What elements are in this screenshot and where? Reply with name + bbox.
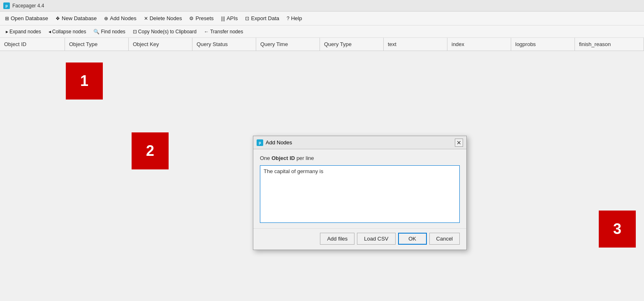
menu-bar: ⊞ Open Database ❖ New Database ⊕ Add Nod… (0, 12, 644, 25)
col-header-query-status: Query Status (192, 38, 256, 51)
dialog-buttons: Add files Load CSV OK Cancel (253, 228, 466, 250)
collapse-nodes-icon: ◂ (49, 29, 51, 35)
find-nodes-icon: 🔍 (93, 29, 100, 35)
dialog-title-left: p Add Nodes (257, 139, 292, 146)
dialog-instruction-bold: Object ID (271, 155, 295, 161)
expand-nodes-button[interactable]: ▸ Expand nodes (2, 28, 44, 36)
col-header-object-id: Object ID (0, 38, 65, 51)
copy-nodes-button[interactable]: ⊡ Copy Node(s) to Clipboard (130, 28, 200, 36)
export-data-icon: ⊡ (245, 16, 249, 21)
col-header-text: text (384, 38, 447, 51)
collapse-nodes-button[interactable]: ◂ Collapse nodes (45, 28, 90, 36)
dialog-instruction: One Object ID per line (260, 155, 460, 161)
app-title: Facepager 4.4 (12, 3, 44, 9)
dialog-body: One Object ID per line (253, 149, 466, 228)
col-header-query-time: Query Time (256, 38, 320, 51)
app-icon: p (3, 2, 10, 9)
menu-presets[interactable]: ⚙ Presets (186, 14, 217, 23)
table-area: Object ID Object Type Object Key Query S… (0, 38, 644, 51)
transfer-nodes-icon: ← (204, 29, 209, 35)
delete-nodes-icon: ✕ (144, 16, 148, 21)
annotation-box-1: 1 (66, 63, 103, 100)
menu-help[interactable]: ? Help (283, 14, 305, 23)
dialog-close-button[interactable]: ✕ (455, 139, 463, 147)
add-nodes-icon: ⊕ (104, 16, 108, 21)
ok-button[interactable]: OK (398, 233, 427, 245)
open-database-icon: ⊞ (5, 16, 9, 21)
col-header-object-type: Object Type (65, 38, 129, 51)
new-database-icon: ❖ (56, 16, 60, 21)
dialog-title-text: Add Nodes (266, 139, 292, 146)
apis-icon: ||| (221, 16, 225, 21)
add-nodes-dialog: p Add Nodes ✕ One Object ID per line Add… (253, 136, 467, 250)
dialog-textarea[interactable] (260, 165, 460, 223)
toolbar: ▸ Expand nodes ◂ Collapse nodes 🔍 Find n… (0, 25, 644, 38)
menu-export-data[interactable]: ⊡ Export Data (242, 14, 283, 23)
menu-open-database[interactable]: ⊞ Open Database (2, 14, 51, 23)
find-nodes-button[interactable]: 🔍 Find nodes (90, 28, 128, 36)
load-csv-button[interactable]: Load CSV (357, 233, 395, 245)
col-header-index: index (447, 38, 511, 51)
col-header-finish-reason: finish_reason (575, 38, 644, 51)
annotation-box-3: 3 (599, 211, 636, 248)
transfer-nodes-button[interactable]: ← Transfer nodes (201, 28, 246, 36)
copy-nodes-icon: ⊡ (133, 29, 137, 35)
title-bar: p Facepager 4.4 (0, 0, 644, 12)
add-files-button[interactable]: Add files (320, 233, 354, 245)
col-header-object-key: Object Key (129, 38, 192, 51)
cancel-button[interactable]: Cancel (429, 233, 460, 245)
dialog-icon: p (257, 139, 263, 146)
expand-nodes-icon: ▸ (6, 29, 8, 35)
menu-apis[interactable]: ||| APIs (218, 14, 241, 23)
help-icon: ? (287, 16, 290, 21)
menu-add-nodes[interactable]: ⊕ Add Nodes (101, 14, 139, 23)
col-header-query-type: Query Type (320, 38, 384, 51)
menu-delete-nodes[interactable]: ✕ Delete Nodes (141, 14, 185, 23)
table-header: Object ID Object Type Object Key Query S… (0, 38, 644, 51)
annotation-box-2: 2 (132, 132, 169, 169)
menu-new-database[interactable]: ❖ New Database (52, 14, 100, 23)
presets-icon: ⚙ (189, 16, 194, 21)
dialog-titlebar: p Add Nodes ✕ (253, 136, 466, 149)
col-header-logprobs: logprobs (511, 38, 575, 51)
